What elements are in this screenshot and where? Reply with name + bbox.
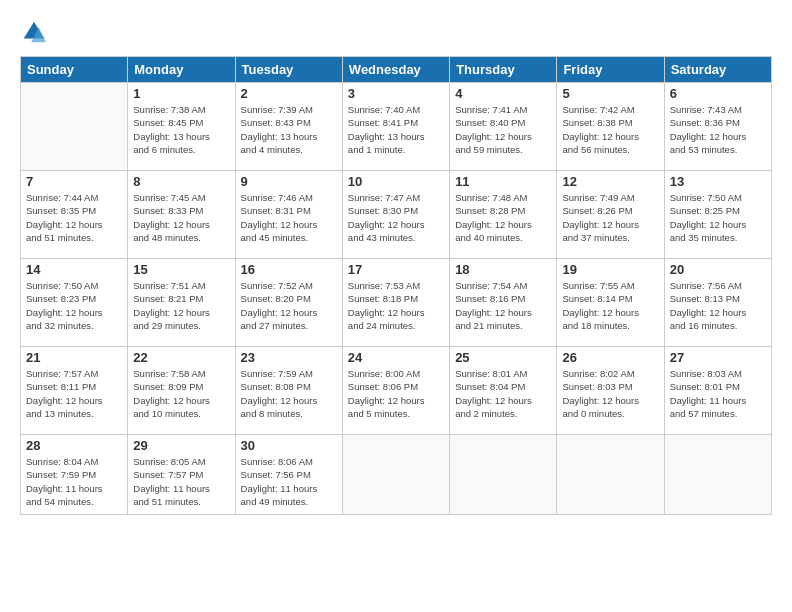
calendar-cell: 28Sunrise: 8:04 AM Sunset: 7:59 PM Dayli… (21, 435, 128, 515)
day-info: Sunrise: 7:58 AM Sunset: 8:09 PM Dayligh… (133, 367, 229, 420)
calendar-cell (21, 83, 128, 171)
day-number: 22 (133, 350, 229, 365)
day-number: 18 (455, 262, 551, 277)
calendar-week-5: 28Sunrise: 8:04 AM Sunset: 7:59 PM Dayli… (21, 435, 772, 515)
calendar-cell: 3Sunrise: 7:40 AM Sunset: 8:41 PM Daylig… (342, 83, 449, 171)
calendar-cell: 16Sunrise: 7:52 AM Sunset: 8:20 PM Dayli… (235, 259, 342, 347)
day-info: Sunrise: 7:39 AM Sunset: 8:43 PM Dayligh… (241, 103, 337, 156)
calendar-cell: 10Sunrise: 7:47 AM Sunset: 8:30 PM Dayli… (342, 171, 449, 259)
day-number: 1 (133, 86, 229, 101)
day-number: 10 (348, 174, 444, 189)
day-info: Sunrise: 7:38 AM Sunset: 8:45 PM Dayligh… (133, 103, 229, 156)
calendar-cell: 12Sunrise: 7:49 AM Sunset: 8:26 PM Dayli… (557, 171, 664, 259)
calendar-header-sunday: Sunday (21, 57, 128, 83)
day-info: Sunrise: 7:46 AM Sunset: 8:31 PM Dayligh… (241, 191, 337, 244)
calendar-header-monday: Monday (128, 57, 235, 83)
calendar-cell: 7Sunrise: 7:44 AM Sunset: 8:35 PM Daylig… (21, 171, 128, 259)
day-info: Sunrise: 7:47 AM Sunset: 8:30 PM Dayligh… (348, 191, 444, 244)
calendar-cell: 23Sunrise: 7:59 AM Sunset: 8:08 PM Dayli… (235, 347, 342, 435)
calendar-cell: 13Sunrise: 7:50 AM Sunset: 8:25 PM Dayli… (664, 171, 771, 259)
day-info: Sunrise: 8:02 AM Sunset: 8:03 PM Dayligh… (562, 367, 658, 420)
page: SundayMondayTuesdayWednesdayThursdayFrid… (0, 0, 792, 612)
day-info: Sunrise: 7:59 AM Sunset: 8:08 PM Dayligh… (241, 367, 337, 420)
day-info: Sunrise: 7:45 AM Sunset: 8:33 PM Dayligh… (133, 191, 229, 244)
day-info: Sunrise: 8:03 AM Sunset: 8:01 PM Dayligh… (670, 367, 766, 420)
day-info: Sunrise: 7:52 AM Sunset: 8:20 PM Dayligh… (241, 279, 337, 332)
day-info: Sunrise: 7:44 AM Sunset: 8:35 PM Dayligh… (26, 191, 122, 244)
day-info: Sunrise: 7:40 AM Sunset: 8:41 PM Dayligh… (348, 103, 444, 156)
day-number: 2 (241, 86, 337, 101)
calendar-cell: 9Sunrise: 7:46 AM Sunset: 8:31 PM Daylig… (235, 171, 342, 259)
day-info: Sunrise: 8:05 AM Sunset: 7:57 PM Dayligh… (133, 455, 229, 508)
calendar-cell (664, 435, 771, 515)
day-number: 28 (26, 438, 122, 453)
logo (20, 18, 52, 46)
calendar-week-1: 1Sunrise: 7:38 AM Sunset: 8:45 PM Daylig… (21, 83, 772, 171)
day-number: 8 (133, 174, 229, 189)
calendar-cell: 20Sunrise: 7:56 AM Sunset: 8:13 PM Dayli… (664, 259, 771, 347)
day-info: Sunrise: 7:43 AM Sunset: 8:36 PM Dayligh… (670, 103, 766, 156)
calendar-cell: 21Sunrise: 7:57 AM Sunset: 8:11 PM Dayli… (21, 347, 128, 435)
day-number: 21 (26, 350, 122, 365)
day-info: Sunrise: 7:55 AM Sunset: 8:14 PM Dayligh… (562, 279, 658, 332)
logo-icon (20, 18, 48, 46)
calendar-cell: 18Sunrise: 7:54 AM Sunset: 8:16 PM Dayli… (450, 259, 557, 347)
calendar-cell (557, 435, 664, 515)
day-info: Sunrise: 7:50 AM Sunset: 8:25 PM Dayligh… (670, 191, 766, 244)
day-number: 29 (133, 438, 229, 453)
calendar-cell: 2Sunrise: 7:39 AM Sunset: 8:43 PM Daylig… (235, 83, 342, 171)
calendar-cell: 30Sunrise: 8:06 AM Sunset: 7:56 PM Dayli… (235, 435, 342, 515)
calendar-cell: 22Sunrise: 7:58 AM Sunset: 8:09 PM Dayli… (128, 347, 235, 435)
calendar-cell: 26Sunrise: 8:02 AM Sunset: 8:03 PM Dayli… (557, 347, 664, 435)
calendar-cell: 27Sunrise: 8:03 AM Sunset: 8:01 PM Dayli… (664, 347, 771, 435)
day-number: 17 (348, 262, 444, 277)
day-number: 12 (562, 174, 658, 189)
day-number: 24 (348, 350, 444, 365)
day-number: 9 (241, 174, 337, 189)
calendar-cell: 8Sunrise: 7:45 AM Sunset: 8:33 PM Daylig… (128, 171, 235, 259)
calendar-header-wednesday: Wednesday (342, 57, 449, 83)
calendar-week-3: 14Sunrise: 7:50 AM Sunset: 8:23 PM Dayli… (21, 259, 772, 347)
day-number: 19 (562, 262, 658, 277)
header (20, 18, 772, 46)
calendar-cell: 6Sunrise: 7:43 AM Sunset: 8:36 PM Daylig… (664, 83, 771, 171)
day-number: 23 (241, 350, 337, 365)
calendar-cell: 24Sunrise: 8:00 AM Sunset: 8:06 PM Dayli… (342, 347, 449, 435)
calendar-cell: 1Sunrise: 7:38 AM Sunset: 8:45 PM Daylig… (128, 83, 235, 171)
calendar-header-friday: Friday (557, 57, 664, 83)
day-number: 14 (26, 262, 122, 277)
day-info: Sunrise: 7:53 AM Sunset: 8:18 PM Dayligh… (348, 279, 444, 332)
day-info: Sunrise: 7:57 AM Sunset: 8:11 PM Dayligh… (26, 367, 122, 420)
day-number: 15 (133, 262, 229, 277)
day-info: Sunrise: 7:56 AM Sunset: 8:13 PM Dayligh… (670, 279, 766, 332)
day-info: Sunrise: 7:54 AM Sunset: 8:16 PM Dayligh… (455, 279, 551, 332)
day-info: Sunrise: 8:00 AM Sunset: 8:06 PM Dayligh… (348, 367, 444, 420)
day-number: 7 (26, 174, 122, 189)
day-info: Sunrise: 7:51 AM Sunset: 8:21 PM Dayligh… (133, 279, 229, 332)
day-number: 4 (455, 86, 551, 101)
calendar-cell: 4Sunrise: 7:41 AM Sunset: 8:40 PM Daylig… (450, 83, 557, 171)
day-number: 25 (455, 350, 551, 365)
day-info: Sunrise: 7:49 AM Sunset: 8:26 PM Dayligh… (562, 191, 658, 244)
day-number: 6 (670, 86, 766, 101)
calendar-header-tuesday: Tuesday (235, 57, 342, 83)
calendar-header-saturday: Saturday (664, 57, 771, 83)
day-info: Sunrise: 7:41 AM Sunset: 8:40 PM Dayligh… (455, 103, 551, 156)
day-number: 5 (562, 86, 658, 101)
day-info: Sunrise: 7:42 AM Sunset: 8:38 PM Dayligh… (562, 103, 658, 156)
day-number: 16 (241, 262, 337, 277)
calendar-cell: 15Sunrise: 7:51 AM Sunset: 8:21 PM Dayli… (128, 259, 235, 347)
day-number: 3 (348, 86, 444, 101)
calendar-header-row: SundayMondayTuesdayWednesdayThursdayFrid… (21, 57, 772, 83)
day-number: 30 (241, 438, 337, 453)
calendar-table: SundayMondayTuesdayWednesdayThursdayFrid… (20, 56, 772, 515)
day-info: Sunrise: 8:01 AM Sunset: 8:04 PM Dayligh… (455, 367, 551, 420)
day-info: Sunrise: 8:04 AM Sunset: 7:59 PM Dayligh… (26, 455, 122, 508)
day-info: Sunrise: 7:50 AM Sunset: 8:23 PM Dayligh… (26, 279, 122, 332)
day-info: Sunrise: 8:06 AM Sunset: 7:56 PM Dayligh… (241, 455, 337, 508)
calendar-cell: 29Sunrise: 8:05 AM Sunset: 7:57 PM Dayli… (128, 435, 235, 515)
calendar-week-4: 21Sunrise: 7:57 AM Sunset: 8:11 PM Dayli… (21, 347, 772, 435)
calendar-cell: 5Sunrise: 7:42 AM Sunset: 8:38 PM Daylig… (557, 83, 664, 171)
calendar-week-2: 7Sunrise: 7:44 AM Sunset: 8:35 PM Daylig… (21, 171, 772, 259)
day-number: 20 (670, 262, 766, 277)
